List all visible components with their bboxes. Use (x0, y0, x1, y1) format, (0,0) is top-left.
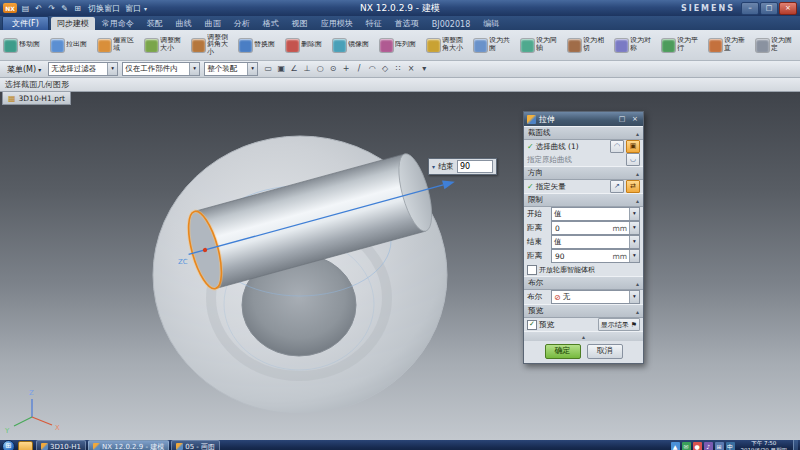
ribbon-tool-button[interactable]: 镜像面 (331, 31, 377, 59)
security-tray-icon[interactable]: ● (693, 442, 702, 450)
selection-scope-combo[interactable]: 仅在工作部件内▾ (122, 62, 200, 76)
vector-icon[interactable]: ↗ (610, 180, 624, 193)
axis-arrow-head-icon[interactable] (442, 177, 456, 189)
dialog-collapse-caret[interactable]: ▴ (524, 331, 643, 341)
show-result-button[interactable]: 显示结果⚑ (598, 318, 640, 331)
selection-filter-combo[interactable]: 无选择过滤器▾ (48, 62, 118, 76)
section-header-boolean[interactable]: 布尔 ▴ (524, 276, 643, 290)
taskbar-task-button[interactable]: 05 - 画图 (171, 440, 220, 450)
assembly-scope-combo[interactable]: 整个装配▾ (204, 62, 258, 76)
chevron-down-icon[interactable]: ▾ (107, 63, 117, 75)
original-curve-row[interactable]: 指定原始曲线 ◡ (524, 153, 643, 166)
ribbon-tool-button[interactable]: 拉出面 (49, 31, 95, 59)
window-icon[interactable]: ⊞ (72, 3, 83, 14)
ribbon-tool-button[interactable]: 替换面 (237, 31, 283, 59)
end-distance-field[interactable]: 90mm▾ (551, 249, 640, 263)
ribbon-tool-button[interactable]: 设为固定 (754, 31, 800, 59)
menu-button[interactable]: 菜单(M)▾ (4, 64, 44, 75)
window-close-button[interactable]: × (779, 2, 797, 15)
graphics-window[interactable]: ZC Z X Y ▦ 3D10-H1.prt ▾ 结束 拉伸 □ (0, 92, 800, 440)
ribbon-tab[interactable]: 曲面 (199, 17, 227, 30)
dialog-titlebar[interactable]: 拉伸 □ × (524, 112, 643, 126)
ribbon-tab[interactable]: 分析 (228, 17, 256, 30)
section-header-section-line[interactable]: 截面线 ▴ (524, 126, 643, 140)
ribbon-tool-button[interactable]: 设为相切 (566, 31, 612, 59)
ribbon-tool-button[interactable]: 调整倒斜角大小 (190, 31, 236, 59)
cancel-button[interactable]: 取消 (587, 344, 623, 359)
chevron-down-icon[interactable]: ▾ (189, 63, 199, 75)
chevron-down-icon[interactable]: ▾ (629, 236, 639, 248)
snap-options-dropdown-icon[interactable]: ▾ (418, 63, 430, 75)
dialog-resize-icon[interactable]: □ (617, 115, 627, 123)
redo-icon[interactable]: ↷ (46, 3, 57, 14)
ribbon-tab[interactable]: 应用模块 (315, 17, 359, 30)
edit-icon[interactable]: ✎ (59, 3, 70, 14)
quadrant-snap-icon[interactable]: ◇ (379, 63, 391, 75)
updates-tray-icon[interactable]: ▲ (671, 442, 680, 450)
section-header-limits[interactable]: 限制 ▴ (524, 193, 643, 207)
perpendicular-snap-icon[interactable]: ⊥ (301, 63, 313, 75)
ribbon-tool-button[interactable]: 调整面大小 (143, 31, 189, 59)
center-point-snap-icon[interactable]: ⊙ (327, 63, 339, 75)
open-profile-checkbox[interactable] (527, 265, 537, 275)
curve-icon[interactable]: ◠ (610, 140, 624, 153)
preview-checkbox[interactable]: ✓ (527, 320, 537, 330)
chevron-down-icon[interactable]: ▾ (247, 63, 257, 75)
mail-tray-icon[interactable]: ✉ (682, 442, 691, 450)
audio-tray-icon[interactable]: ♪ (704, 442, 713, 450)
point-snap-icon[interactable]: × (405, 63, 417, 75)
ribbon-tab[interactable]: 格式 (257, 17, 285, 30)
ribbon-tab[interactable]: 特征 (360, 17, 388, 30)
ribbon-tab[interactable]: 首选项 (389, 17, 425, 30)
part-window-tab[interactable]: ▦ 3D10-H1.prt (2, 92, 71, 105)
explorer-folder-icon[interactable] (18, 441, 33, 450)
end-option-combo[interactable]: 值▾ (551, 235, 640, 249)
ribbon-tool-button[interactable]: 阵列面 (378, 31, 424, 59)
ribbon-tab[interactable]: 编辑 (477, 17, 505, 30)
ime-language-tray-icon[interactable]: 中 (726, 442, 735, 450)
network-tray-icon[interactable]: ⊞ (715, 442, 724, 450)
select-curve-row[interactable]: ✓ 选择曲线 (1) ◠ ▣ (524, 140, 643, 153)
formula-dropdown-icon[interactable]: ▾ (432, 163, 435, 170)
start-button[interactable]: ⊞ (2, 440, 15, 450)
specify-vector-row[interactable]: ✓ 指定矢量 ↗ ⇄ (524, 180, 643, 193)
original-curve-icon[interactable]: ◡ (626, 153, 640, 166)
3d-viewport[interactable]: ZC Z X Y (0, 92, 800, 440)
reverse-direction-icon[interactable]: ⇄ (626, 180, 640, 193)
ribbon-tab[interactable]: 同步建模 (51, 17, 95, 30)
select-region-icon[interactable]: ▣ (626, 140, 640, 153)
show-desktop-button[interactable] (793, 440, 798, 450)
ribbon-tab[interactable]: 装配 (141, 17, 169, 30)
switch-window-button[interactable]: 切换窗口 (88, 3, 120, 14)
window-menu-button[interactable]: 窗口▾ (125, 3, 147, 14)
angle-snap-icon[interactable]: ∠ (288, 63, 300, 75)
save-icon[interactable]: ▤ (20, 3, 31, 14)
file-tab[interactable]: 文件(F) (2, 16, 49, 30)
lasso-select-icon[interactable]: ▣ (275, 63, 287, 75)
ribbon-tool-button[interactable]: 移动面 (2, 31, 48, 59)
taskbar-clock[interactable]: 下午 7:50 2019/6/20 星期四 (738, 440, 790, 450)
ribbon-tab[interactable]: 常用命令 (96, 17, 140, 30)
ribbon-tool-button[interactable]: 设为同轴 (519, 31, 565, 59)
section-header-direction[interactable]: 方向 ▴ (524, 166, 643, 180)
open-profile-row[interactable]: 开放轮廓智能体积 (524, 263, 643, 276)
ribbon-tool-button[interactable]: 设为平行 (660, 31, 706, 59)
intersection-snap-icon[interactable]: + (340, 63, 352, 75)
ribbon-tab[interactable]: 视图 (286, 17, 314, 30)
ribbon-tool-button[interactable]: 删除面 (284, 31, 330, 59)
ribbon-tab[interactable]: 曲线 (170, 17, 198, 30)
ribbon-tool-button[interactable]: 偏置区域 (96, 31, 142, 59)
rectangle-select-icon[interactable]: ▭ (262, 63, 274, 75)
start-distance-field[interactable]: 0mm▾ (551, 221, 640, 235)
end-distance-input[interactable] (457, 160, 493, 173)
grid-snap-icon[interactable]: ∷ (392, 63, 404, 75)
chevron-down-icon[interactable]: ▾ (629, 250, 639, 262)
arc-snap-icon[interactable]: ◠ (366, 63, 378, 75)
ribbon-tool-button[interactable]: 设为对称 (613, 31, 659, 59)
window-minimize-button[interactable]: – (741, 2, 759, 15)
ribbon-tab[interactable]: BJ002018 (426, 19, 476, 30)
window-maximize-button[interactable]: □ (760, 2, 778, 15)
dialog-close-icon[interactable]: × (630, 115, 640, 123)
circle-snap-icon[interactable]: ○ (314, 63, 326, 75)
taskbar-task-button[interactable]: NX 12.0.2.9 - 建模 (88, 440, 169, 450)
